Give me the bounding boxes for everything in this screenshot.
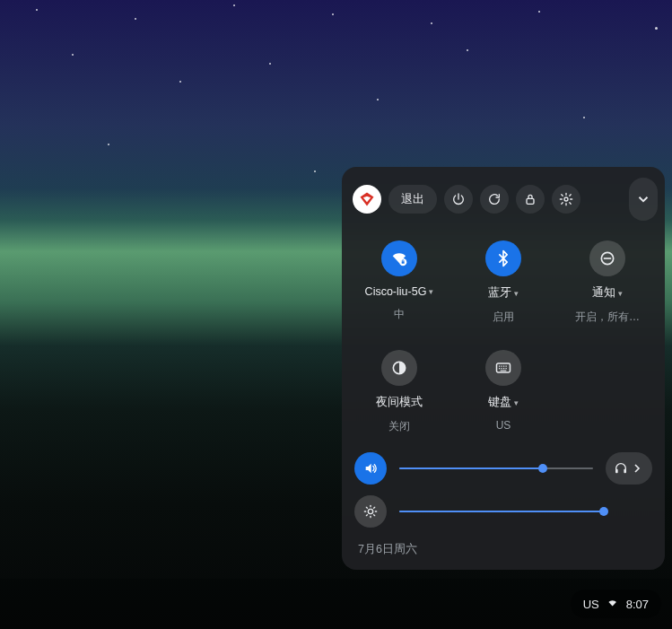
brightness-button[interactable] bbox=[354, 495, 387, 528]
brightness-row bbox=[342, 490, 665, 533]
status-time: 8:07 bbox=[626, 598, 649, 611]
avatar-logo-icon bbox=[358, 190, 376, 208]
keyboard-tile-sub: US bbox=[496, 419, 511, 432]
notifications-tile-sub: 开启，所有… bbox=[575, 310, 640, 325]
svg-rect-10 bbox=[503, 366, 504, 367]
caret-down-icon: ▾ bbox=[618, 289, 623, 298]
nightlight-icon bbox=[390, 359, 408, 377]
volume-mute-button[interactable] bbox=[354, 452, 387, 485]
lock-button[interactable] bbox=[516, 185, 545, 214]
bluetooth-icon bbox=[494, 249, 512, 267]
restart-icon bbox=[487, 192, 502, 206]
keyboard-icon bbox=[494, 359, 512, 377]
svg-line-25 bbox=[374, 515, 375, 516]
bluetooth-tile[interactable]: 蓝牙 ▾ 启用 bbox=[451, 240, 555, 325]
restart-button[interactable] bbox=[480, 185, 509, 214]
svg-rect-13 bbox=[502, 368, 502, 369]
status-area[interactable]: US 8:07 bbox=[571, 590, 661, 618]
keyboard-tile-toggle[interactable] bbox=[485, 350, 521, 386]
svg-rect-14 bbox=[503, 368, 504, 369]
wifi-tile[interactable]: Cisco-liu-5G ▾ 中 bbox=[347, 240, 451, 325]
svg-rect-18 bbox=[624, 469, 626, 474]
svg-rect-17 bbox=[615, 469, 618, 474]
gear-icon bbox=[559, 192, 573, 206]
svg-rect-8 bbox=[499, 366, 500, 367]
caret-down-icon: ▾ bbox=[514, 398, 519, 407]
footer-date: 7月6日周六 bbox=[342, 533, 665, 557]
nightlight-tile-sub: 关闭 bbox=[388, 419, 410, 434]
wifi-tile-toggle[interactable] bbox=[381, 240, 417, 276]
nightlight-tile[interactable]: 夜间模式 关闭 bbox=[347, 350, 451, 434]
lock-icon bbox=[523, 192, 537, 206]
keyboard-tile[interactable]: 键盘 ▾ US bbox=[451, 350, 555, 434]
wifi-icon bbox=[390, 249, 408, 267]
svg-point-19 bbox=[368, 509, 372, 513]
wifi-status-icon bbox=[607, 598, 619, 610]
svg-rect-11 bbox=[506, 366, 507, 367]
quick-settings-tiles: Cisco-liu-5G ▾ 中 蓝牙 ▾ 启用 通知 ▾ 开启，所有… bbox=[342, 232, 665, 447]
wifi-tile-sub: 中 bbox=[394, 307, 405, 322]
svg-rect-12 bbox=[499, 368, 500, 369]
shelf: US 8:07 bbox=[0, 579, 672, 629]
keyboard-tile-title[interactable]: 键盘 ▾ bbox=[488, 395, 519, 410]
collapse-button[interactable] bbox=[629, 178, 658, 221]
system-tray-panel: 退出 Cisc bbox=[342, 167, 665, 570]
nightlight-tile-title: 夜间模式 bbox=[376, 395, 423, 410]
audio-output-button[interactable] bbox=[606, 452, 652, 485]
volume-icon bbox=[363, 461, 378, 476]
brightness-icon bbox=[363, 504, 378, 519]
bluetooth-tile-title[interactable]: 蓝牙 ▾ bbox=[488, 285, 519, 301]
bluetooth-tile-sub: 启用 bbox=[493, 310, 514, 325]
svg-rect-3 bbox=[402, 261, 405, 264]
avatar[interactable] bbox=[353, 185, 381, 214]
volume-row bbox=[342, 447, 665, 490]
wifi-tile-title[interactable]: Cisco-liu-5G ▾ bbox=[365, 285, 434, 298]
svg-point-1 bbox=[564, 197, 568, 201]
svg-line-27 bbox=[374, 507, 375, 508]
chevron-right-icon bbox=[630, 461, 644, 476]
notifications-tile[interactable]: 通知 ▾ 开启，所有… bbox=[555, 240, 659, 325]
brightness-slider[interactable] bbox=[399, 511, 606, 512]
nightlight-tile-toggle[interactable] bbox=[381, 350, 417, 386]
svg-line-26 bbox=[366, 515, 367, 516]
notifications-tile-title[interactable]: 通知 ▾ bbox=[592, 285, 623, 301]
headphones-icon bbox=[614, 461, 628, 476]
volume-slider[interactable] bbox=[399, 467, 593, 469]
do-not-disturb-icon bbox=[598, 249, 616, 267]
bluetooth-tile-toggle[interactable] bbox=[485, 240, 521, 276]
sign-out-button[interactable]: 退出 bbox=[388, 185, 437, 214]
chevron-down-icon bbox=[635, 191, 651, 207]
svg-rect-16 bbox=[501, 371, 507, 371]
power-button[interactable] bbox=[444, 185, 473, 214]
power-icon bbox=[451, 192, 466, 206]
svg-rect-9 bbox=[502, 366, 502, 367]
status-ime: US bbox=[583, 598, 599, 611]
caret-down-icon: ▾ bbox=[514, 289, 519, 298]
panel-header: 退出 bbox=[342, 167, 665, 232]
sign-out-label: 退出 bbox=[401, 191, 424, 207]
settings-button[interactable] bbox=[552, 185, 580, 214]
caret-down-icon: ▾ bbox=[429, 287, 433, 296]
svg-line-24 bbox=[366, 507, 367, 508]
svg-rect-0 bbox=[527, 198, 534, 204]
notifications-tile-toggle[interactable] bbox=[589, 240, 625, 276]
svg-rect-15 bbox=[506, 368, 507, 369]
